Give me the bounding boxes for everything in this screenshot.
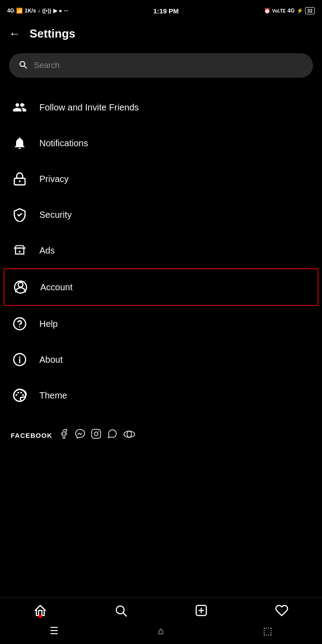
nav-home-button[interactable] bbox=[34, 604, 47, 617]
meta-icon bbox=[123, 429, 136, 441]
follow-label: Follow and Invite Friends bbox=[39, 102, 139, 113]
bottom-nav-icons bbox=[0, 597, 322, 621]
status-right: ⏰ VoLTE 4G ⚡ 32 bbox=[264, 7, 315, 14]
menu-item-follow[interactable]: Follow and Invite Friends bbox=[0, 89, 322, 125]
home-system-icon[interactable]: ⌂ bbox=[158, 625, 164, 637]
svg-point-14 bbox=[22, 394, 24, 396]
menu-icon[interactable]: ☰ bbox=[50, 625, 59, 637]
svg-point-2 bbox=[19, 251, 21, 253]
menu-item-ads[interactable]: Ads bbox=[0, 233, 322, 268]
menu-item-account[interactable]: Account bbox=[4, 268, 318, 306]
privacy-label: Privacy bbox=[39, 174, 69, 184]
theme-label: Theme bbox=[39, 390, 67, 401]
bottom-nav: ☰ ⌂ ⬚ bbox=[0, 597, 322, 644]
svg-point-12 bbox=[17, 392, 19, 394]
svg-point-1 bbox=[19, 180, 21, 182]
help-icon bbox=[11, 315, 29, 333]
shield-icon bbox=[11, 206, 29, 224]
notifications-label: Notifications bbox=[39, 138, 88, 148]
status-bar: 4G 📶 1K/s ♪ ((•)) ▶ ● ··· 1:19 PM ⏰ VoLT… bbox=[0, 0, 322, 21]
ads-icon bbox=[11, 242, 29, 259]
security-label: Security bbox=[39, 210, 72, 220]
lock-icon bbox=[11, 170, 29, 188]
nav-search-button[interactable] bbox=[114, 604, 127, 617]
whatsapp-icon bbox=[107, 428, 118, 442]
svg-point-11 bbox=[16, 394, 17, 396]
back-button[interactable]: ← bbox=[9, 27, 21, 41]
header: ← Settings bbox=[0, 21, 322, 46]
status-time: 1:19 PM bbox=[153, 7, 179, 15]
nav-add-button[interactable] bbox=[195, 604, 208, 617]
menu-list: Follow and Invite Friends Notifications … bbox=[0, 85, 322, 418]
system-nav-bar: ☰ ⌂ ⬚ bbox=[0, 621, 322, 644]
facebook-icons bbox=[59, 428, 136, 442]
back-system-icon[interactable]: ⬚ bbox=[263, 625, 272, 637]
follow-icon bbox=[11, 98, 29, 116]
messenger-icon bbox=[75, 428, 85, 442]
menu-item-privacy[interactable]: Privacy bbox=[0, 161, 322, 197]
facebook-icon bbox=[59, 428, 69, 442]
info-icon bbox=[11, 351, 29, 369]
search-box[interactable]: Search bbox=[9, 53, 313, 78]
svg-line-20 bbox=[123, 613, 127, 616]
instagram-icon bbox=[91, 428, 102, 442]
theme-icon bbox=[11, 386, 29, 404]
status-left: 4G 📶 1K/s ♪ ((•)) ▶ ● ··· bbox=[7, 8, 68, 14]
svg-point-17 bbox=[124, 431, 135, 437]
facebook-section: FACEBOOK bbox=[0, 418, 322, 449]
menu-item-notifications[interactable]: Notifications bbox=[0, 125, 322, 161]
account-label: Account bbox=[40, 282, 72, 292]
ads-label: Ads bbox=[39, 246, 55, 256]
menu-item-theme[interactable]: Theme bbox=[0, 377, 322, 413]
menu-item-help[interactable]: Help bbox=[0, 306, 322, 342]
svg-point-13 bbox=[20, 392, 22, 394]
svg-point-3 bbox=[18, 282, 23, 287]
svg-rect-15 bbox=[92, 429, 101, 438]
facebook-label: FACEBOOK bbox=[11, 432, 52, 439]
search-container: Search bbox=[0, 46, 322, 85]
search-icon bbox=[18, 59, 28, 72]
home-notification-dot bbox=[38, 614, 42, 618]
svg-point-6 bbox=[19, 326, 21, 327]
nav-heart-button[interactable] bbox=[275, 604, 288, 617]
menu-item-about[interactable]: About bbox=[0, 342, 322, 377]
search-input[interactable]: Search bbox=[34, 61, 59, 70]
account-icon bbox=[12, 278, 30, 296]
bell-icon bbox=[11, 134, 29, 152]
svg-point-18 bbox=[127, 431, 131, 437]
about-label: About bbox=[39, 355, 63, 365]
help-label: Help bbox=[39, 319, 58, 329]
menu-item-security[interactable]: Security bbox=[0, 197, 322, 233]
page-title: Settings bbox=[30, 27, 76, 41]
